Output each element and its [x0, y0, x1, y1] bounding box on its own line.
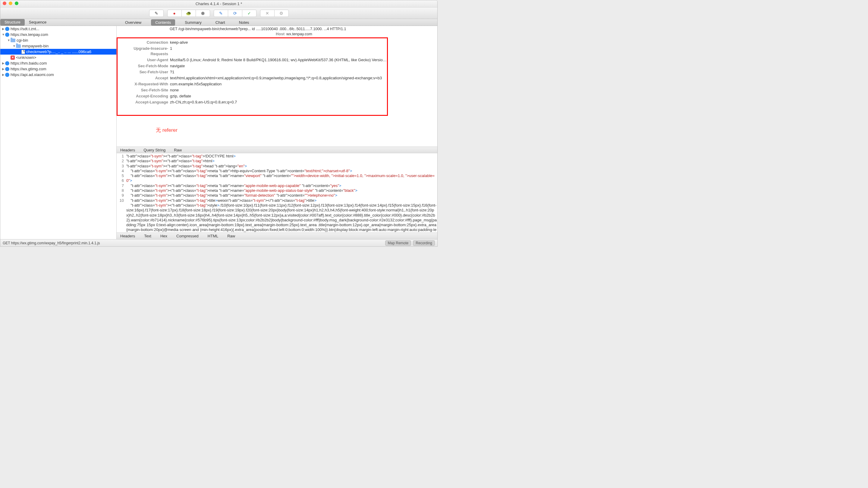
minimize-icon[interactable]: [9, 1, 12, 5]
header-row: User-AgentMozilla/5.0 (Linux; Android 9;…: [118, 57, 387, 63]
disclosure-icon[interactable]: [7, 38, 10, 42]
error-icon: ✕: [10, 56, 15, 60]
window-title: Charles 4.1.4 - Session 1 *: [195, 1, 242, 6]
code-view[interactable]: 12345678910 "t-attr">class="t-sym"><"t-a…: [117, 153, 437, 233]
header-key: Upgrade-Insecure-Requests: [118, 46, 170, 57]
highlight-box: Connectionkeep-aliveUpgrade-Insecure-Req…: [117, 37, 388, 116]
sidebar-tree[interactable]: https://sdt.t.znt...https://wx.tenpay.co…: [0, 26, 117, 239]
host-row: Host wx.tenpay.com: [117, 32, 437, 37]
tree-label: https://wx.gtimg.com: [10, 67, 46, 71]
compose-button[interactable]: ✎: [214, 10, 228, 17]
tab-notes[interactable]: Notes: [235, 19, 253, 26]
header-value: text/html,application/xhtml+xml,applicat…: [170, 76, 387, 81]
subtab-headers[interactable]: Headers: [120, 148, 135, 152]
disclosure-icon[interactable]: [1, 67, 5, 70]
globe-icon: [5, 67, 9, 71]
tab-chart[interactable]: Chart: [211, 19, 229, 26]
tree-row[interactable]: cgi-bin: [0, 37, 116, 43]
bottab-headers[interactable]: Headers: [120, 234, 135, 238]
header-row: Accepttext/html,application/xhtml+xml,ap…: [118, 75, 387, 81]
repeat-button[interactable]: ⟳: [228, 10, 242, 17]
headers-area: Connectionkeep-aliveUpgrade-Insecure-Req…: [117, 37, 436, 116]
lower-subtabs: Headers Text Hex Compressed HTML Raw: [117, 233, 437, 239]
status-text: GET https://wx.gtimg.com/wxpay_h5/finger…: [3, 241, 100, 245]
statusbar: GET https://wx.gtimg.com/wxpay_h5/finger…: [0, 239, 437, 247]
globe-icon: [5, 61, 9, 65]
record-button[interactable]: ●: [167, 10, 182, 17]
close-icon[interactable]: [3, 1, 6, 5]
status-right: Map Remote Recording: [385, 240, 435, 246]
refresh-icon: ⟳: [233, 11, 237, 16]
header-row: Accept-Languagezh-CN,zh;q=0.9,en-US;q=0.…: [118, 99, 387, 105]
action-group: ✎ ⟳ ✓: [214, 10, 256, 17]
host-key: Host: [117, 32, 286, 36]
tree-label: https://hm.baidu.com: [10, 61, 47, 65]
tree-row[interactable]: https://sdt.t.znt...: [0, 26, 116, 32]
disclosure-icon[interactable]: [12, 44, 16, 48]
tab-overview[interactable]: Overview: [121, 19, 146, 26]
annotation-text: 无 referer: [117, 116, 437, 134]
header-value: navigate: [170, 63, 387, 69]
tree-row[interactable]: mmpayweb-bin: [0, 43, 116, 49]
tab-sequence[interactable]: Sequence: [25, 19, 51, 26]
tree-row[interactable]: https://wx.gtimg.com: [0, 66, 116, 72]
tree-row[interactable]: https://wx.tenpay.com: [0, 32, 116, 37]
globe-icon: [5, 27, 9, 31]
header-key: X-Requested-With: [118, 81, 170, 87]
header-value: keep-alive: [170, 40, 387, 45]
tree-row[interactable]: https://hm.baidu.com: [0, 60, 116, 66]
broom-icon: ✎: [155, 11, 158, 16]
throttle-button[interactable]: 🐢: [181, 10, 196, 17]
status-recording-button[interactable]: Recording: [413, 240, 435, 246]
header-value: none: [170, 87, 387, 93]
bottab-compressed[interactable]: Compressed: [176, 234, 198, 238]
tools-button[interactable]: ✕: [260, 10, 275, 17]
tree-row[interactable]: ✕<unknown>: [0, 55, 116, 60]
bottab-raw[interactable]: Raw: [227, 234, 235, 238]
tree-label: checkmweb?p...._.. _ .. ... ......096ca6: [26, 50, 91, 54]
header-value: com.example.h5x5application: [170, 81, 387, 87]
header-key: Accept: [118, 76, 170, 81]
subtab-querystring[interactable]: Query String: [144, 148, 165, 152]
tree-label: https://api.ad.xiaomi.com: [10, 73, 54, 77]
header-key: User-Agent: [118, 57, 170, 63]
bottab-html[interactable]: HTML: [208, 234, 218, 238]
upper-subtabs: Headers Query String Raw: [117, 147, 437, 153]
breakpoint-button[interactable]: ⬢: [195, 10, 210, 17]
folder-icon: [10, 38, 16, 42]
bottab-hex[interactable]: Hex: [160, 234, 167, 238]
tree-label: https://wx.tenpay.com: [10, 32, 48, 37]
tab-structure[interactable]: Structure: [0, 19, 25, 26]
tree-label: cgi-bin: [17, 38, 28, 42]
header-key: Accept-Language: [118, 99, 170, 105]
subtab-raw[interactable]: Raw: [174, 148, 182, 152]
zoom-icon[interactable]: [15, 1, 19, 5]
disclosure-icon[interactable]: [1, 27, 5, 30]
tab-summary[interactable]: Summary: [181, 19, 206, 26]
status-mapremote-button[interactable]: Map Remote: [385, 240, 411, 246]
broom-button[interactable]: ✎: [149, 10, 164, 17]
header-row: Upgrade-Insecure-Requests1: [118, 46, 387, 57]
tree-label: mmpayweb-bin: [22, 44, 49, 48]
header-value: 1: [170, 46, 387, 57]
bottab-text[interactable]: Text: [144, 234, 151, 238]
header-row: Sec-Fetch-Modenavigate: [118, 63, 387, 69]
header-key: Sec-Fetch-User: [118, 69, 170, 75]
disclosure-icon[interactable]: [1, 73, 5, 76]
settings-button[interactable]: ⚙: [274, 10, 289, 17]
header-row: X-Requested-Withcom.example.h5x5applicat…: [118, 81, 387, 87]
check-icon: ✓: [247, 11, 251, 16]
record-icon: ●: [173, 11, 176, 16]
disclosure-icon[interactable]: [1, 61, 5, 65]
left-tabs: Structure Sequence: [0, 19, 117, 26]
content-pane: GET /cgi-bin/mmpayweb-bin/checkmweb?prep…: [117, 26, 437, 239]
header-key: Sec-Fetch-Mode: [118, 63, 170, 69]
header-value: Mozilla/5.0 (Linux; Android 9; Redmi Not…: [170, 57, 387, 63]
tree-row[interactable]: checkmweb?p...._.. _ .. ... ......096ca6: [0, 49, 116, 55]
header-key: Accept-Encoding: [118, 93, 170, 99]
validate-button[interactable]: ✓: [242, 10, 256, 17]
tree-row[interactable]: https://api.ad.xiaomi.com: [0, 72, 116, 78]
tree-label: https://sdt.t.znt...: [10, 27, 39, 31]
disclosure-icon[interactable]: [1, 33, 5, 36]
tab-contents[interactable]: Contents: [151, 19, 175, 26]
